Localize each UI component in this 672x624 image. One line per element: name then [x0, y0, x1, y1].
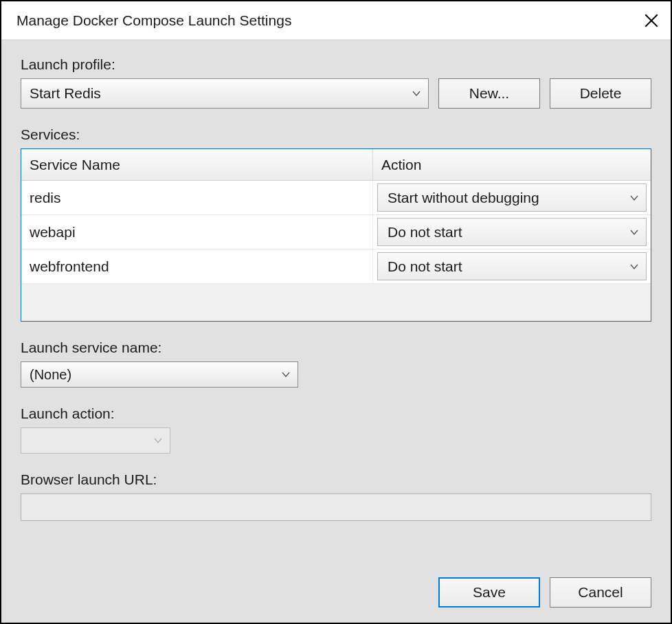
service-name-cell[interactable]: webapi [21, 215, 373, 249]
titlebar: Manage Docker Compose Launch Settings [1, 1, 671, 40]
chevron-down-icon [629, 194, 639, 201]
chevron-down-icon [412, 90, 421, 97]
chevron-down-icon [281, 371, 291, 378]
service-action-dropdown[interactable]: Do not start [377, 218, 647, 246]
column-action[interactable]: Action [373, 149, 651, 180]
services-label: Services: [21, 126, 651, 143]
chevron-down-icon [629, 263, 639, 270]
column-service-name[interactable]: Service Name [21, 149, 373, 180]
service-action-dropdown[interactable]: Start without debugging [377, 183, 647, 212]
service-name-cell[interactable]: redis [21, 181, 373, 214]
launch-profile-dropdown[interactable]: Start Redis [21, 78, 429, 109]
close-icon[interactable] [642, 11, 661, 30]
save-button[interactable]: Save [438, 577, 540, 608]
launch-service-name-label: Launch service name: [21, 339, 651, 356]
services-empty-area [21, 284, 651, 321]
service-action-dropdown[interactable]: Do not start [377, 252, 647, 280]
dialog-window: Manage Docker Compose Launch Settings La… [0, 0, 672, 624]
services-grid: Service Name Action redis Start without … [21, 148, 651, 322]
service-action-value: Do not start [388, 224, 462, 241]
save-button-label: Save [473, 584, 506, 601]
launch-profile-label: Launch profile: [21, 56, 651, 73]
table-row: webfrontend Do not start [21, 249, 651, 284]
new-button-label: New... [469, 85, 509, 102]
dialog-footer: Save Cancel [21, 577, 651, 608]
browser-launch-url-input[interactable] [21, 493, 651, 521]
cancel-button[interactable]: Cancel [550, 577, 651, 608]
table-row: redis Start without debugging [21, 181, 651, 215]
service-action-value: Start without debugging [388, 190, 539, 206]
dialog-content: Launch profile: Start Redis New... Delet… [1, 40, 671, 623]
launch-service-name-dropdown[interactable]: (None) [21, 361, 298, 388]
browser-launch-url-label: Browser launch URL: [21, 471, 651, 488]
launch-profile-value: Start Redis [30, 85, 101, 102]
service-action-value: Do not start [388, 258, 462, 275]
delete-button[interactable]: Delete [550, 78, 651, 109]
launch-action-dropdown[interactable] [21, 427, 170, 454]
chevron-down-icon [153, 437, 163, 444]
cancel-button-label: Cancel [578, 584, 623, 601]
chevron-down-icon [629, 229, 639, 236]
window-title: Manage Docker Compose Launch Settings [16, 12, 642, 29]
table-row: webapi Do not start [21, 215, 651, 249]
launch-service-name-value: (None) [30, 367, 71, 383]
launch-action-label: Launch action: [21, 405, 651, 422]
service-name-cell[interactable]: webfrontend [21, 249, 373, 283]
services-header: Service Name Action [21, 149, 651, 181]
new-button[interactable]: New... [438, 78, 540, 109]
delete-button-label: Delete [580, 85, 622, 102]
